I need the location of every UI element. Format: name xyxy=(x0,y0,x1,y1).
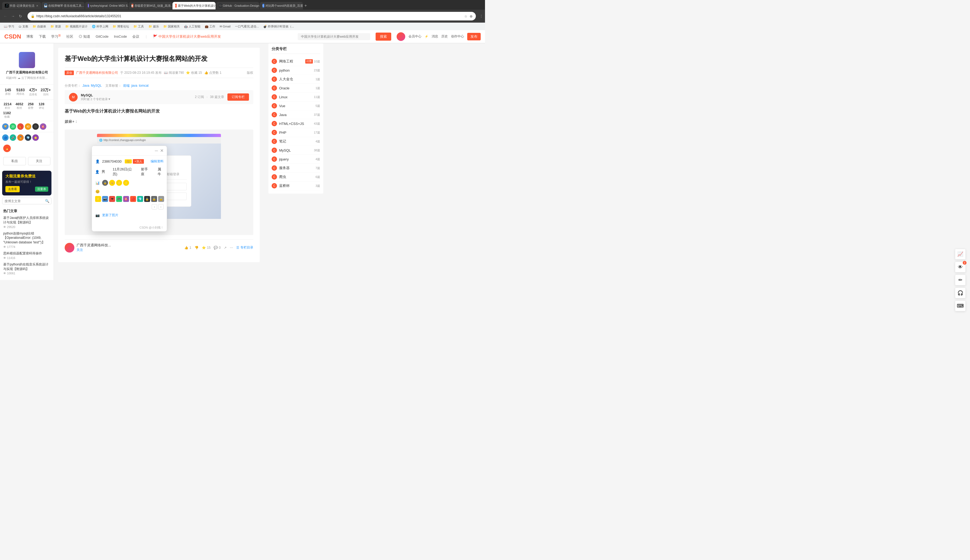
tab-3[interactable]: ♪ ryohey/signal: Online MIDI S... ✕ xyxy=(85,2,128,9)
tag-tomcat[interactable]: tomcat xyxy=(139,84,149,87)
menu-button[interactable]: ⋮ xyxy=(480,14,483,18)
bookmark-科学上网[interactable]: 🌐 科学上网 xyxy=(90,24,110,29)
nav-meeting[interactable]: 会议 xyxy=(132,34,139,39)
address-bar[interactable]: 🔒 https://blog.csdn.net/liuxiaoba666/art… xyxy=(27,12,476,20)
tab-2[interactable]: 🎹 在线弹钢琴·音乐在线工具... ✕ xyxy=(42,2,85,9)
dislike-button[interactable]: 👎 xyxy=(194,245,199,250)
blog-search-input[interactable] xyxy=(5,199,45,203)
search-icon[interactable]: 🔍 xyxy=(45,199,49,203)
search-bar[interactable] xyxy=(298,33,370,40)
cat-item-9[interactable]: C 笔记 4篇 xyxy=(272,137,320,146)
star-button[interactable]: ⭐ 15 xyxy=(202,245,211,250)
ad-button[interactable]: 去查看 xyxy=(5,186,20,192)
tab-1[interactable]: 🎵 抖音-记录美好生活 ✕ xyxy=(2,2,41,9)
messages[interactable]: 消息 xyxy=(431,34,438,39)
bookmark-视频[interactable]: 📁 视频图片设计 xyxy=(64,24,89,29)
nav-gitcode[interactable]: GitCode xyxy=(95,35,109,38)
cat-item-5[interactable]: C Vue 5篇 xyxy=(272,102,320,110)
forward-button[interactable]: → xyxy=(10,13,16,19)
meta-author[interactable]: 广西千灵通网络科技有限公司 xyxy=(76,70,118,75)
comment-button[interactable]: 💬 0 xyxy=(214,245,221,250)
menu-button-footer[interactable]: ⋯ xyxy=(230,245,233,250)
add-friend-area: 👑 +加人 xyxy=(125,159,144,164)
nav-zhidao[interactable]: ◎ 知道 xyxy=(79,34,90,39)
dialog-close-button[interactable]: ✕ xyxy=(160,148,164,153)
prev-arrow[interactable]: ‹ xyxy=(152,204,157,210)
bookmark-工具[interactable]: 📁 工具 xyxy=(132,24,146,29)
nav-inscode[interactable]: InsCode xyxy=(114,35,127,38)
bookmark-学习[interactable]: 📖 学习 xyxy=(2,24,16,29)
follow-button[interactable]: 关注 xyxy=(28,157,51,165)
tab-4[interactable]: ▶ 吞噬星空第94话_动漫_高清... ✕ xyxy=(129,2,172,9)
cat-item-2[interactable]: C 人大金仓 1篇 xyxy=(272,75,320,84)
search-input[interactable] xyxy=(301,35,367,38)
new-tab-button[interactable]: + xyxy=(304,3,307,8)
next-arrow[interactable]: › xyxy=(158,204,164,210)
nav-blog[interactable]: 博客 xyxy=(27,34,33,39)
cat-item-14[interactable]: C 蓝桥杯 3篇 xyxy=(272,182,320,190)
footer-follow-button[interactable]: 关注 xyxy=(77,248,83,252)
nav-community[interactable]: 社区 xyxy=(66,34,73,39)
bookmark-炸弹[interactable]: 💣 炸弹倒计时音效（... xyxy=(262,24,296,29)
tab-6[interactable]: ⚫ GitHub · Graduation-Design/文档/提... ✕ xyxy=(216,2,259,9)
csdn-logo[interactable]: CSDN xyxy=(4,33,21,40)
hot-item-title-1[interactable]: 基于Java的医护人员排班系统设计与实现【附源码】 xyxy=(3,216,50,225)
bookmark-支教[interactable]: 🗂 支教 xyxy=(17,24,30,29)
cat-item-13[interactable]: C 爬虫 6篇 xyxy=(272,173,320,182)
tag-mysql[interactable]: MySQL xyxy=(91,84,102,87)
extensions-icon[interactable]: ⊕ xyxy=(470,14,473,18)
cat-item-0[interactable]: C 网络工程 付费 10篇 xyxy=(272,57,320,66)
cat-item-10[interactable]: C MySQL 38篇 xyxy=(272,146,320,155)
tab-7[interactable]: G 对比两个word内容差异_百度... ✕ xyxy=(260,2,303,9)
member-center[interactable]: 会员中心 xyxy=(408,34,421,39)
creator-center[interactable]: 创作中心 xyxy=(451,34,464,39)
like-button[interactable]: 👍 1 xyxy=(184,245,191,250)
bookmark-一口气[interactable]: 一口气看完,进击... xyxy=(233,24,261,29)
tab-5-active[interactable]: C 基于Web的大学生计算机设计... ✕ xyxy=(172,2,216,9)
blog-search-box[interactable]: 🔍 xyxy=(2,198,52,204)
user-avatar[interactable] xyxy=(396,32,405,41)
minimize-button[interactable]: ─ xyxy=(155,148,158,153)
history[interactable]: 历史 xyxy=(442,34,448,39)
bookmark-博客[interactable]: 📁 博客论坛 xyxy=(111,24,131,29)
edit-profile-link[interactable]: 编辑资料 xyxy=(151,159,164,164)
cat-item-4[interactable]: C Linux 11篇 xyxy=(272,93,320,102)
bookmark-媒乐[interactable]: 📁 媒乐 xyxy=(147,24,161,29)
toc-button[interactable]: ☰ 专栏目录 xyxy=(236,245,253,250)
hot-item-title-2[interactable]: python连接mysql出错【OperationalError: (1049,… xyxy=(3,231,50,245)
tab-close-1[interactable]: ✕ xyxy=(36,4,38,7)
footer-author-name[interactable]: 广西千灵通网络科技... xyxy=(77,243,111,248)
bookmark-gmail[interactable]: ✉ Gmail xyxy=(218,24,232,29)
cat-item-6[interactable]: C Java 37篇 xyxy=(272,110,320,119)
nav-learn[interactable]: 学习新 xyxy=(51,34,61,39)
cat-item-1[interactable]: C python 23篇 xyxy=(272,66,320,75)
share-button[interactable]: ↗ xyxy=(224,245,227,250)
bookmark-资源[interactable]: 📁 资源 xyxy=(49,24,62,29)
cat-item-7[interactable]: C HTML+CSS+JS 43篇 xyxy=(272,119,320,128)
bookmark-自媒体[interactable]: 📁 自媒体 xyxy=(31,24,48,29)
hot-item-title-3[interactable]: 思科模拟器配置密码等操作 xyxy=(3,251,50,256)
update-photo-link[interactable]: 更新了照片 xyxy=(102,213,118,218)
bookmark-工作[interactable]: 💼 工作 xyxy=(203,24,217,29)
back-button[interactable]: ← xyxy=(2,13,8,19)
reload-button[interactable]: ↻ xyxy=(17,13,24,19)
cat-item-12[interactable]: C 服务器 7篇 xyxy=(272,164,320,173)
nav-download[interactable]: 下载 xyxy=(39,34,46,39)
cat-item-11[interactable]: C jquery 4篇 xyxy=(272,155,320,164)
search-button[interactable]: 搜索 xyxy=(376,33,391,41)
hot-item-title-4[interactable]: 基于python的在线音乐系统设计与实现【附源码】 xyxy=(3,262,50,272)
cat-item-3[interactable]: C Oracle 1篇 xyxy=(272,84,320,93)
add-friend-btn[interactable]: +加人 xyxy=(133,159,144,164)
publish-button[interactable]: 发布 xyxy=(467,33,481,40)
tag-java[interactable]: Java xyxy=(82,84,89,87)
subscribe-button[interactable]: 订阅专栏 xyxy=(227,93,249,101)
nav-flag[interactable]: 🚩 中国大学生计算机设计大赛web应用开发 xyxy=(153,34,221,39)
tag-java2[interactable]: java xyxy=(131,84,137,87)
bookmark-icon[interactable]: ☆ xyxy=(464,14,467,18)
bookmark-国家[interactable]: 📁 国家相关 xyxy=(162,24,181,29)
message-button[interactable]: 私信 xyxy=(3,157,26,165)
tag-frontend[interactable]: 前端 xyxy=(123,83,130,88)
version-label[interactable]: 版权 xyxy=(247,70,253,75)
bookmark-ai[interactable]: 🤖 人工智能 xyxy=(182,24,202,29)
cat-item-8[interactable]: C PHP 17篇 xyxy=(272,128,320,137)
